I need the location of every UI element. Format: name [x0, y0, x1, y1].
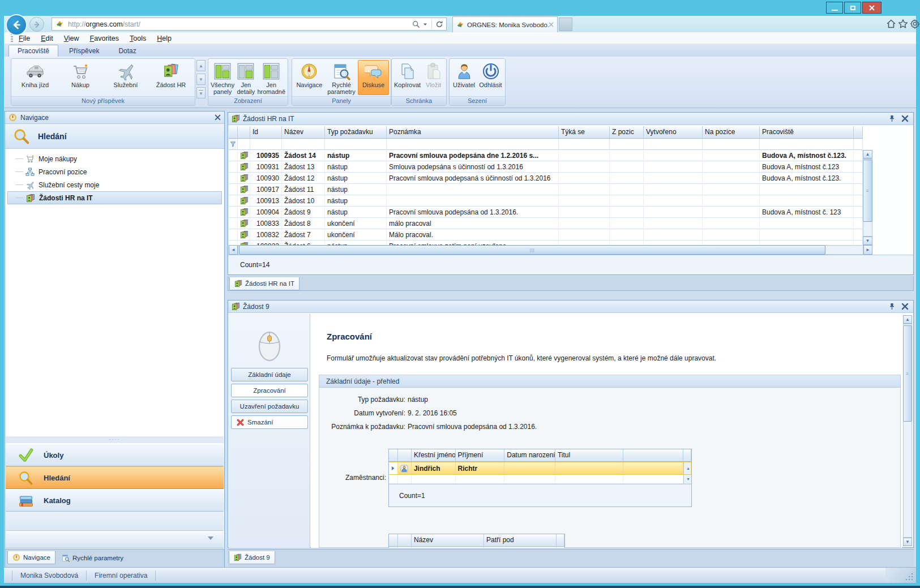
- column-header-8[interactable]: Pracoviště: [760, 126, 854, 139]
- bottom-tab-rychlé-parametry[interactable]: Rychlé parametry: [62, 552, 123, 564]
- nav-button-úkoly[interactable]: Úkoly: [6, 444, 224, 466]
- nav-button-katalog[interactable]: Katalog: [6, 489, 224, 512]
- scroll-down-icon[interactable]: ▼: [863, 237, 872, 245]
- request-row[interactable]: 100904Žádost 9nástupPracovní smlouva pod…: [229, 207, 863, 218]
- scroll-up-icon[interactable]: ▲: [686, 466, 690, 470]
- scroll-up-icon[interactable]: ▲: [903, 315, 912, 324]
- star-icon[interactable]: [898, 19, 908, 29]
- filter-cell[interactable]: [854, 139, 863, 150]
- filter-cell[interactable]: [229, 139, 238, 150]
- collapsed-bar[interactable]: [6, 531, 224, 548]
- tree-item-žádosti-hr-na-it[interactable]: Žádosti HR na IT: [7, 191, 222, 204]
- ribbon-button-žádost-hr[interactable]: Žádost HR: [149, 60, 193, 95]
- address-bar[interactable]: http://orgnes.com/start/: [52, 18, 447, 31]
- pin-icon[interactable]: [888, 303, 896, 310]
- ribbon-button-všechny-panely[interactable]: Všechny panely: [210, 60, 235, 95]
- scroll-down-icon[interactable]: ▼: [903, 538, 912, 546]
- resize-grip[interactable]: [885, 568, 916, 583]
- detail-tab-smazání[interactable]: Smazání: [231, 415, 308, 429]
- minimize-button[interactable]: [826, 2, 843, 14]
- new-tab-button[interactable]: [559, 18, 572, 31]
- pin-icon[interactable]: [888, 115, 896, 122]
- filter-cell[interactable]: [398, 547, 412, 548]
- column-header-4[interactable]: Týká se: [559, 126, 610, 139]
- ribbon-button-rychlé-parametry[interactable]: Rychlé parametry: [326, 60, 357, 95]
- column-header-0[interactable]: Id: [250, 126, 282, 139]
- tree-item-pracovní-pozice[interactable]: Pracovní pozice: [7, 165, 222, 178]
- emp-column-header[interactable]: Datum narození: [504, 449, 555, 462]
- request-row[interactable]: 100913Žádost 10nástup: [229, 195, 863, 207]
- ribbon-button-nákup[interactable]: Nákup: [58, 60, 102, 95]
- detail-vscrollbar[interactable]: ▲ ≡ ▼: [903, 315, 912, 546]
- column-header-6[interactable]: Vytvořeno: [644, 126, 703, 139]
- requests-vscrollbar[interactable]: ▲ ≡ ▼: [863, 150, 872, 245]
- column-header-5[interactable]: Z pozic: [610, 126, 644, 139]
- hscroll-thumb[interactable]: |||: [239, 245, 825, 255]
- emp-column-header[interactable]: Křestní jméno: [412, 449, 456, 462]
- gear-icon[interactable]: [910, 19, 920, 29]
- filter-cell[interactable]: [559, 139, 610, 150]
- filter-cell[interactable]: [389, 547, 398, 548]
- employee-row[interactable]: JindřichRichtr▲: [389, 462, 691, 475]
- bottom-tab-navigace[interactable]: Navigace: [7, 551, 55, 564]
- ribbon-button-uživatel[interactable]: Uživatel: [451, 60, 477, 95]
- panel-splitter[interactable]: ····: [6, 436, 224, 443]
- filter-cell[interactable]: [412, 547, 484, 548]
- ribbon-button-služební[interactable]: Služební: [104, 60, 148, 95]
- tree-item-služební-cesty-moje[interactable]: Služební cesty moje: [7, 178, 222, 191]
- vscroll-thumb[interactable]: ≡: [863, 160, 872, 222]
- request-row[interactable]: 100833Žádost 8ukončenímálo pracoval: [229, 218, 863, 229]
- request-row[interactable]: 100832Žádost 7ukončeníMálo pracoval.: [229, 229, 863, 241]
- scroll-down-icon[interactable]: ▼: [686, 477, 690, 481]
- filter-cell[interactable]: [760, 139, 854, 150]
- ribbon-button-navigace[interactable]: Navigace: [294, 60, 325, 95]
- dropdown-caret-icon[interactable]: [423, 22, 427, 27]
- detail-tab-uzavření-požadavku[interactable]: Uzavření požadavku: [231, 400, 308, 413]
- ribbon-button-diskuse[interactable]: Diskuse: [358, 60, 389, 95]
- close-icon[interactable]: [901, 303, 909, 310]
- menu-item-view[interactable]: View: [64, 35, 79, 42]
- ribbon-button-kopírovat[interactable]: Kopírovat: [393, 60, 421, 95]
- emp-column-header[interactable]: Titul: [555, 449, 624, 462]
- tab-requests[interactable]: Žádosti HR na IT: [229, 277, 299, 290]
- search-icon[interactable]: [412, 20, 420, 28]
- filter-cell[interactable]: [282, 139, 325, 150]
- scroll-up-icon[interactable]: ▲: [863, 150, 872, 158]
- nav-button-hledání[interactable]: Hledání: [6, 466, 224, 489]
- ribbon-tab-příspěvek[interactable]: Příspěvek: [61, 45, 108, 57]
- menu-item-favorites[interactable]: Favorites: [90, 35, 119, 42]
- detail-tab-základní-údaje[interactable]: Základní údaje: [231, 368, 308, 381]
- maximize-button[interactable]: [844, 2, 861, 14]
- tab-detail[interactable]: Žádost 9: [229, 551, 275, 564]
- ribbon-button-jen-hromadně[interactable]: Jen hromadně: [256, 60, 286, 95]
- ribbon-button-kniha-jízd[interactable]: Kniha jízd: [13, 60, 57, 95]
- filter-cell[interactable]: [557, 547, 564, 548]
- scroll-left-icon[interactable]: ◄: [229, 245, 238, 255]
- detail-tab-zpracování[interactable]: Zpracování: [231, 384, 308, 397]
- back-button[interactable]: [6, 14, 27, 36]
- close-button[interactable]: [862, 2, 882, 14]
- menu-item-edit[interactable]: Edit: [41, 35, 53, 42]
- emp-column-header[interactable]: Příjmení: [456, 449, 505, 462]
- request-row[interactable]: 100935Žádost 14nástupPracovní smlouva po…: [229, 150, 863, 161]
- forward-button[interactable]: [29, 17, 44, 32]
- home-icon[interactable]: [886, 19, 896, 29]
- close-icon[interactable]: [901, 115, 909, 122]
- ribbon-tab-dotaz[interactable]: Dotaz: [110, 45, 144, 57]
- request-row[interactable]: 100822Žádost 6nástupPracovní smlouva zat…: [229, 241, 863, 245]
- request-row[interactable]: 100931Žádost 13nástupSmlouva podepsána s…: [229, 161, 863, 173]
- filter-cell[interactable]: [703, 139, 760, 150]
- scroll-right-icon[interactable]: ►: [863, 245, 872, 255]
- filter-cell[interactable]: [325, 139, 387, 150]
- refresh-icon[interactable]: [435, 20, 443, 28]
- browser-tab[interactable]: ORGNES: Monika Svobodo...: [452, 16, 558, 32]
- filter-cell[interactable]: [387, 139, 559, 150]
- filter-cell[interactable]: [238, 139, 250, 150]
- request-row[interactable]: 100930Žádost 12nástupPracovní smlouva po…: [229, 173, 863, 184]
- vscroll-thumb[interactable]: ≡: [903, 325, 912, 422]
- pos-column-header[interactable]: Název: [412, 534, 484, 547]
- filter-cell[interactable]: [484, 547, 557, 548]
- ribbon-scroll-down-button[interactable]: ▼: [196, 74, 206, 85]
- ribbon-tab-pracoviště[interactable]: Pracoviště: [8, 45, 58, 57]
- pos-column-header[interactable]: Patří pod: [484, 534, 557, 547]
